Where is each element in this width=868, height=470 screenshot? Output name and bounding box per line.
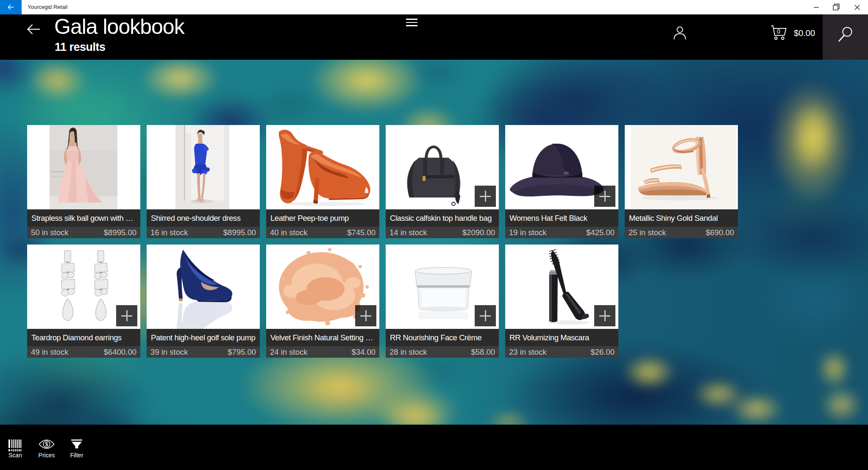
svg-text:0: 0 — [777, 28, 780, 35]
svg-text:$: $ — [45, 441, 48, 448]
